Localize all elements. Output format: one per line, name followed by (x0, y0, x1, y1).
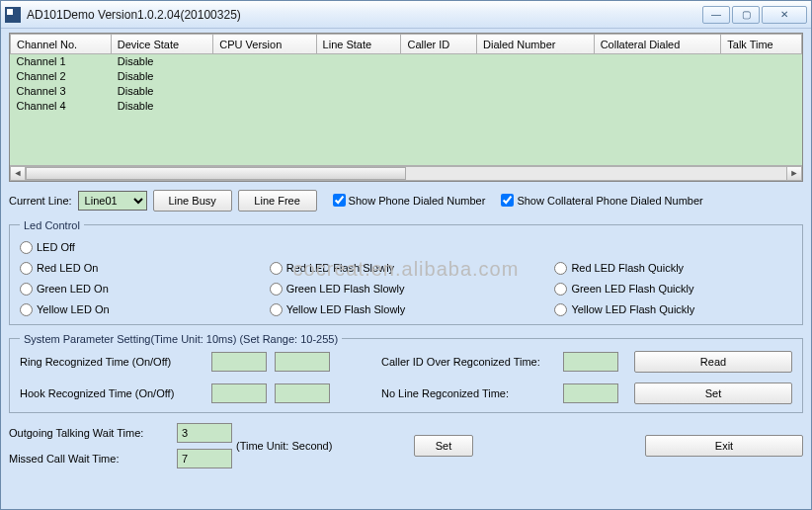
red-slow-radio[interactable]: Red LED Flash Slowly (270, 262, 555, 275)
table-empty-area (10, 114, 802, 165)
led-off-radio[interactable]: LED Off (20, 241, 792, 254)
col-talk[interactable]: Talk Time (721, 35, 802, 54)
line-busy-button[interactable]: Line Busy (153, 190, 232, 212)
show-dialed-checkbox[interactable]: Show Phone Dialed Number (333, 194, 486, 207)
titlebar: AD101Demo Version1.0.2.04(20100325) — ▢ … (1, 1, 811, 29)
outgoing-input[interactable] (177, 423, 232, 443)
yellow-on-radio[interactable]: Yellow LED On (20, 303, 270, 316)
col-cpu[interactable]: CPU Version (213, 35, 316, 54)
channel-table[interactable]: Channel No. Device State CPU Version Lin… (10, 34, 802, 114)
window-controls: — ▢ ✕ (702, 6, 807, 24)
red-on-radio[interactable]: Red LED On (20, 262, 270, 275)
time-unit-label: (Time Unit: Second) (236, 440, 414, 452)
horizontal-scrollbar[interactable]: ◄ ► (10, 165, 802, 181)
table-row[interactable]: Channel 2Disable (11, 69, 802, 84)
caller-over-label: Caller ID Over Regconized Time: (381, 356, 559, 368)
noline-input[interactable] (563, 383, 618, 403)
scroll-thumb[interactable] (26, 167, 406, 180)
ring-off-input[interactable] (275, 352, 330, 372)
col-device-state[interactable]: Device State (111, 35, 212, 54)
table-row[interactable]: Channel 1Disable (11, 54, 802, 69)
col-collateral[interactable]: Collateral Dialed (594, 35, 721, 54)
noline-label: No Line Regconized Time: (381, 387, 559, 399)
caller-over-input[interactable] (563, 352, 618, 372)
exit-button[interactable]: Exit (645, 435, 803, 457)
scroll-right-icon[interactable]: ► (786, 166, 802, 181)
bottom-set-button[interactable]: Set (414, 435, 473, 457)
line-free-button[interactable]: Line Free (238, 190, 317, 212)
current-line-select[interactable]: Line01 (78, 191, 147, 211)
ring-on-input[interactable] (211, 352, 267, 372)
content-area: Channel No. Device State CPU Version Lin… (1, 29, 811, 474)
green-on-radio[interactable]: Green LED On (20, 283, 270, 296)
yellow-slow-radio[interactable]: Yellow LED Flash Slowly (270, 303, 555, 316)
app-window: AD101Demo Version1.0.2.04(20100325) — ▢ … (0, 0, 812, 510)
app-icon (5, 7, 21, 23)
channel-table-wrap: Channel No. Device State CPU Version Lin… (9, 33, 803, 182)
green-quick-radio[interactable]: Green LED Flash Quickly (554, 283, 792, 296)
ring-label: Ring Recognized Time (On/Off) (20, 356, 207, 368)
current-line-label: Current Line: (9, 195, 72, 207)
led-control-group: Led Control LED Off Red LED On Red LED F… (9, 219, 803, 325)
hook-label: Hook Recognized Time (On/Off) (20, 387, 207, 399)
sys-legend: System Parameter Setting(Time Unit: 10ms… (20, 333, 342, 345)
red-quick-radio[interactable]: Red LED Flash Quickly (554, 262, 792, 275)
sys-set-button[interactable]: Set (634, 382, 792, 404)
col-channel[interactable]: Channel No. (11, 35, 112, 54)
scroll-track[interactable] (26, 166, 786, 181)
show-dialed-label: Show Phone Dialed Number (349, 195, 486, 207)
read-button[interactable]: Read (634, 351, 792, 373)
window-title: AD101Demo Version1.0.2.04(20100325) (27, 8, 702, 22)
hook-off-input[interactable] (275, 383, 330, 403)
table-row[interactable]: Channel 4Disable (11, 99, 802, 114)
led-legend: Led Control (20, 219, 84, 231)
minimize-button[interactable]: — (702, 6, 730, 24)
show-collateral-input[interactable] (501, 194, 514, 207)
col-dialed[interactable]: Dialed Number (477, 35, 595, 54)
outgoing-label: Outgoing Talking Wait Time: (9, 427, 177, 439)
col-caller-id[interactable]: Caller ID (401, 35, 477, 54)
bottom-row: Outgoing Talking Wait Time: (Time Unit: … (9, 423, 803, 468)
table-row[interactable]: Channel 3Disable (11, 84, 802, 99)
missed-label: Missed Call Wait Time: (9, 453, 177, 465)
yellow-quick-radio[interactable]: Yellow LED Flash Quickly (554, 303, 792, 316)
show-collateral-label: Show Collateral Phone Dialed Number (517, 195, 702, 207)
green-slow-radio[interactable]: Green LED Flash Slowly (270, 283, 555, 296)
hook-on-input[interactable] (211, 383, 267, 403)
show-dialed-input[interactable] (333, 194, 346, 207)
current-line-row: Current Line: Line01 Line Busy Line Free… (9, 190, 803, 212)
maximize-button[interactable]: ▢ (732, 6, 760, 24)
missed-input[interactable] (177, 449, 232, 468)
scroll-left-icon[interactable]: ◄ (10, 166, 26, 181)
show-collateral-checkbox[interactable]: Show Collateral Phone Dialed Number (501, 194, 702, 207)
close-button[interactable]: ✕ (762, 6, 807, 24)
col-line-state[interactable]: Line State (316, 35, 401, 54)
system-parameter-group: System Parameter Setting(Time Unit: 10ms… (9, 333, 803, 413)
